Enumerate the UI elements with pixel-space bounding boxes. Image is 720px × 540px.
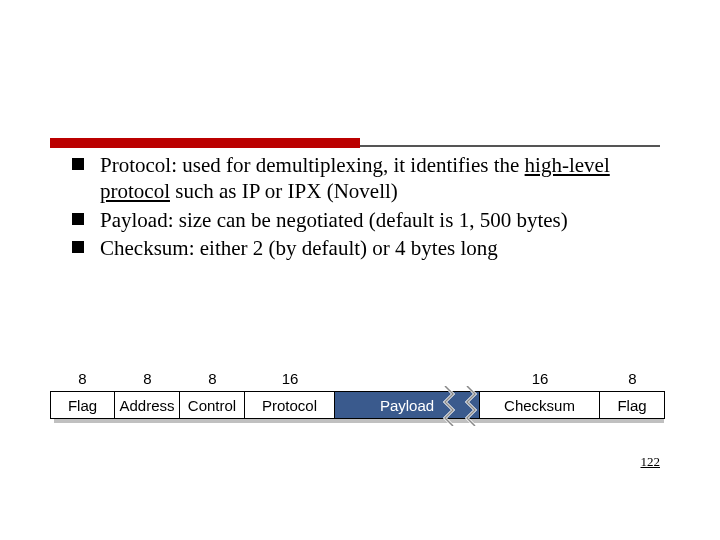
break-mark-icon	[463, 386, 479, 426]
list-item: Protocol: used for demultiplexing, it id…	[72, 152, 640, 205]
bullet-suffix: such as IP or IPX (Novell)	[170, 179, 398, 203]
field-protocol: Protocol	[245, 391, 335, 419]
list-item: Payload: size can be negotiated (default…	[72, 207, 640, 233]
bullet-text: Checksum: either 2 (by default) or 4 byt…	[100, 235, 640, 261]
thin-rule	[360, 145, 660, 147]
square-bullet-icon	[72, 213, 84, 225]
payload-label: Payload	[380, 397, 434, 414]
bullet-body: size can be negotiated (default is 1, 50…	[179, 208, 568, 232]
field-width: 8	[115, 370, 180, 387]
slide: Protocol: used for demultiplexing, it id…	[0, 0, 720, 540]
field-checksum: Checksum	[480, 391, 600, 419]
field-width-row: 8 8 8 16 16 8	[50, 370, 660, 387]
field-width: 8	[600, 370, 665, 387]
bullet-body: either 2 (by default) or 4 bytes long	[200, 236, 498, 260]
red-accent-bar	[50, 138, 360, 148]
bullet-prefix: Payload:	[100, 208, 179, 232]
field-address: Address	[115, 391, 180, 419]
bullet-list: Protocol: used for demultiplexing, it id…	[72, 152, 640, 263]
list-item: Checksum: either 2 (by default) or 4 byt…	[72, 235, 640, 261]
bullet-body: used for demultiplexing, it identifies t…	[182, 153, 524, 177]
field-width: 8	[180, 370, 245, 387]
field-width: 16	[245, 370, 335, 387]
field-payload: Payload	[335, 391, 480, 419]
break-mark-icon	[441, 386, 457, 426]
square-bullet-icon	[72, 241, 84, 253]
page-number: 122	[641, 454, 661, 470]
field-flag: Flag	[600, 391, 665, 419]
field-flag: Flag	[50, 391, 115, 419]
field-box-row: Flag Address Control Protocol Payload Ch…	[50, 391, 660, 419]
square-bullet-icon	[72, 158, 84, 170]
field-width: 8	[50, 370, 115, 387]
bullet-prefix: Protocol:	[100, 153, 182, 177]
title-rule	[50, 138, 660, 148]
field-width	[335, 370, 480, 387]
bullet-prefix: Checksum:	[100, 236, 200, 260]
field-control: Control	[180, 391, 245, 419]
bullet-text: Payload: size can be negotiated (default…	[100, 207, 640, 233]
frame-diagram: 8 8 8 16 16 8 Flag Address Control Proto…	[50, 370, 660, 419]
bullet-text: Protocol: used for demultiplexing, it id…	[100, 152, 640, 205]
field-width: 16	[480, 370, 600, 387]
